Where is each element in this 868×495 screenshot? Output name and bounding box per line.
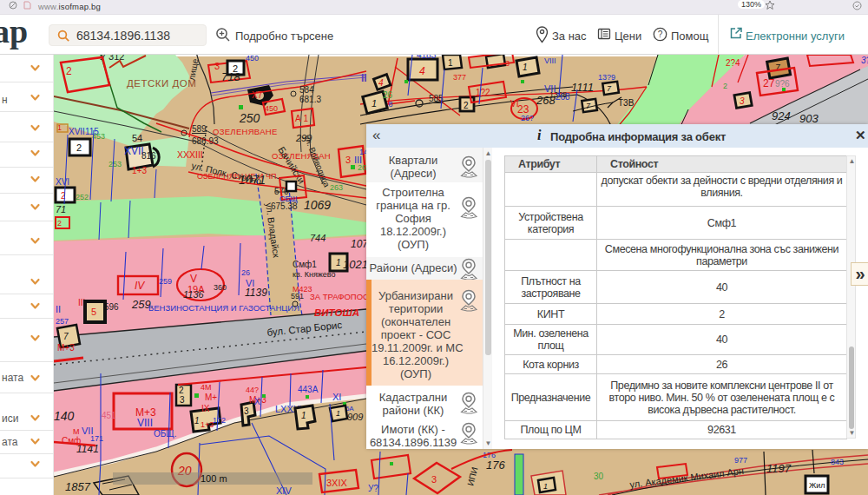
svg-text:816: 816	[141, 151, 156, 161]
svg-text:1197: 1197	[766, 462, 792, 475]
svg-text:26?: 26?	[521, 114, 534, 122]
svg-text:1?2: 1?2	[476, 88, 490, 97]
svg-text:II: II	[56, 304, 61, 314]
svg-text:584: 584	[299, 85, 314, 95]
svg-text:377: 377	[453, 73, 466, 82]
svg-text:2: 2	[66, 65, 72, 77]
svg-text:3: 3	[345, 155, 351, 165]
svg-text:А 1: А 1	[295, 114, 308, 123]
svg-text:27: 27	[763, 77, 775, 89]
svg-text:Смф1: Смф1	[293, 260, 317, 269]
svg-text:9?6: 9?6	[775, 79, 790, 89]
svg-text:3: 3	[740, 96, 745, 106]
svg-text:ЗА ТРАФОПОС: ЗА ТРАФОПОС	[310, 292, 369, 301]
svg-text:924: 924	[772, 109, 791, 122]
svg-text:451: 451	[102, 411, 116, 420]
svg-text:БЕНЗИНОСТАНЦИЯ И ГАЗОСТАНЦИЯ: БЕНЗИНОСТАНЦИЯ И ГАЗОСТАНЦИЯ	[148, 303, 299, 313]
svg-text:1021: 1021	[343, 258, 368, 271]
svg-text:253: 253	[108, 160, 122, 168]
svg-text:176: 176	[486, 459, 505, 472]
svg-text:2: 2	[723, 82, 727, 90]
svg-text:1111: 1111	[571, 81, 594, 94]
svg-text:ОЗЕЛЕНЯВАНЕ: ОЗЕЛЕНЯВАНЕ	[213, 127, 278, 136]
svg-text:3XIX: 3XIX	[326, 478, 348, 488]
svg-text:2: 2	[57, 219, 62, 228]
svg-text:591: 591	[291, 292, 304, 300]
svg-text:1857: 1857	[65, 480, 91, 493]
svg-text:26: 26	[383, 90, 393, 100]
svg-text:360: 360	[214, 283, 227, 292]
svg-text:263: 263	[330, 183, 343, 192]
svg-text:4: 4	[419, 65, 425, 77]
svg-text:1: 1	[301, 411, 306, 420]
svg-text:1136: 1136	[183, 289, 205, 300]
svg-text:Жил: Жил	[809, 481, 825, 490]
svg-text:X: X	[254, 397, 260, 406]
svg-text:VIII: VIII	[137, 417, 153, 429]
svg-text:589: 589	[192, 124, 207, 134]
svg-text:1: 1	[543, 482, 548, 491]
svg-text:443А: 443А	[298, 385, 319, 394]
svg-text:IX: IX	[201, 404, 210, 413]
svg-text:100 m: 100 m	[201, 473, 227, 484]
svg-text:VIII: VIII	[544, 56, 556, 65]
svg-text:257: 257	[56, 317, 69, 326]
svg-text:ОБЩ.: ОБЩ.	[154, 429, 177, 439]
svg-text:140: 140	[54, 409, 75, 423]
svg-text:71: 71	[56, 204, 66, 214]
svg-text:1: 1	[194, 416, 200, 426]
svg-text:30: 30	[594, 472, 604, 481]
svg-text:II: II	[361, 72, 367, 84]
svg-text:М+3: М+3	[57, 343, 75, 353]
svg-text:450: 450	[246, 55, 259, 63]
svg-text:3: 3	[214, 61, 220, 71]
svg-text:3?: 3?	[861, 56, 868, 65]
svg-text:1+3: 1+3	[201, 420, 214, 429]
svg-text:686.93: 686.93	[192, 136, 219, 146]
svg-text:СБЩ: СБЩ	[279, 195, 298, 203]
svg-text:450: 450	[265, 104, 278, 113]
svg-text:М+: М+	[205, 393, 217, 402]
svg-text:1: 1	[372, 98, 377, 109]
svg-text:?: ?	[658, 30, 663, 39]
svg-text:252: 252	[76, 193, 89, 201]
svg-text:3: 3	[431, 474, 437, 485]
svg-text:1: 1	[336, 258, 341, 267]
svg-text:744: 744	[310, 233, 326, 243]
svg-text:172: 172	[213, 416, 226, 425]
svg-text:3: 3	[180, 395, 185, 405]
svg-text:1: 1	[448, 58, 453, 68]
svg-text:XI: XI	[332, 392, 341, 402]
svg-text:54: 54	[132, 133, 142, 143]
svg-text:299: 299	[295, 133, 312, 143]
svg-text:7: 7	[775, 63, 780, 73]
svg-text:3: 3	[244, 406, 249, 416]
svg-text:1+3: 1+3	[132, 166, 147, 175]
svg-text:681.3: 681.3	[299, 95, 321, 104]
svg-text:4: 4	[378, 78, 384, 88]
svg-text:718: 718	[221, 70, 240, 83]
svg-text:кв. Княжево: кв. Княжево	[293, 270, 336, 279]
svg-text:XXXIII: XXXIII	[177, 149, 203, 160]
svg-text:909: 909	[347, 412, 363, 422]
svg-text:7: 7	[63, 332, 69, 341]
svg-text:44?: 44?	[246, 386, 259, 394]
svg-text:IV: IV	[135, 280, 145, 292]
svg-text:1069: 1069	[304, 198, 331, 212]
svg-text:ВИТОША: ВИТОША	[314, 307, 359, 318]
svg-text:26: 26	[241, 268, 250, 277]
svg-text:977: 977	[734, 456, 747, 465]
svg-text:250: 250	[239, 111, 260, 125]
svg-text:2: 2	[179, 386, 184, 395]
svg-text:У?: У?	[368, 484, 378, 493]
svg-text:1: 1	[523, 63, 528, 72]
svg-text:4183: 4183	[417, 55, 437, 60]
svg-text:5: 5	[91, 307, 96, 317]
svg-text:4М: 4М	[201, 383, 212, 392]
svg-text:1: 1	[336, 409, 340, 418]
svg-text:13?8: 13?8	[549, 90, 567, 99]
svg-text:1139: 1139	[245, 287, 267, 299]
svg-text:2?4: 2?4	[726, 58, 740, 68]
svg-text:2: 2	[464, 101, 469, 110]
svg-text:V: V	[190, 273, 197, 285]
